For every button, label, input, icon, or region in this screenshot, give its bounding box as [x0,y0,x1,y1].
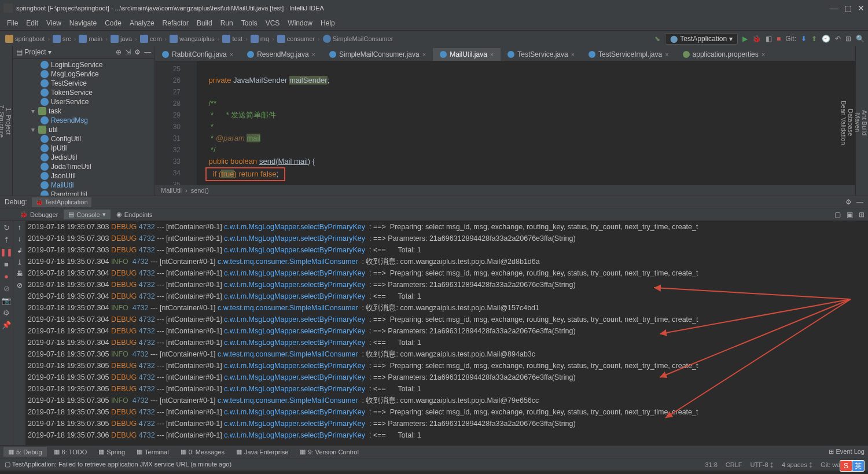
console-left-toolbar[interactable]: ↑ ↓ ↲ ⤓ 🖶 ⊘ [13,221,25,445]
git-history-icon[interactable]: 🕘 [822,35,830,43]
tree-node-IpUtil[interactable]: IpUtil [13,144,155,153]
editor-tab-MailUtil.java[interactable]: MailUtil.java× [433,48,501,61]
close-tab-icon[interactable]: × [762,51,765,58]
menu-build[interactable]: Build [193,18,216,28]
caret-pos[interactable]: 31:8 [705,461,717,468]
minimize-icon[interactable]: — [830,3,838,13]
git-revert-icon[interactable]: ↶ [835,35,841,43]
close-icon[interactable]: ✕ [858,3,865,13]
close-tab-icon[interactable]: × [571,51,575,58]
ime-indicator[interactable]: S英 [840,460,865,472]
menu-view[interactable]: View [43,18,65,28]
bottom-tab-6TODO[interactable]: ▦ 6: TODO [49,447,92,457]
close-tab-icon[interactable]: × [312,51,315,58]
structure-icon[interactable]: ⊞ [845,35,851,43]
tree-node-JsonUtil[interactable]: JsonUtil [13,171,155,181]
menu-analyze[interactable]: Analyze [126,18,158,28]
crumb-wangzaiplus[interactable]: wangzaiplus [168,34,216,43]
debug-subtabs[interactable]: 🐞 Debugger ▤ Console ▾ ◉ Endpoints ▢ ▣ ⊞ [0,208,868,221]
crumb-consumer[interactable]: consumer [275,34,317,43]
event-log-button[interactable]: ⊞ Event Log [829,448,865,455]
close-tab-icon[interactable]: × [490,51,494,58]
crumb-main[interactable]: main [77,34,104,43]
build-icon[interactable]: ⬊ [654,35,660,43]
menu-tools[interactable]: Tools [238,18,261,28]
encoding[interactable]: UTF-8 ‡ [751,461,774,468]
hide-icon[interactable]: — [144,48,151,56]
tree-node-TokenService[interactable]: TokenService [13,88,155,97]
debugger-tab[interactable]: 🐞 Debugger [15,210,62,219]
tree-node-RandomUtil[interactable]: RandomUtil [13,190,155,196]
editor-tab-RabbitConfig.java[interactable]: RabbitConfig.java× [155,48,240,61]
tree-node-JedisUtil[interactable]: JedisUtil [13,153,155,162]
source-code[interactable]: private JavaMailSender mailSender; /** *… [197,61,855,185]
editor-tab-ResendMsg.java[interactable]: ResendMsg.java× [240,48,322,61]
tree-node-util[interactable]: ▾util [13,125,155,134]
bottom-tab-0Messages[interactable]: ▦ 0: Messages [176,447,229,457]
debug-icon[interactable]: 🐞 [752,35,761,43]
menu-refactor[interactable]: Refactor [159,18,192,28]
run-config-select[interactable]: ⬤TestApplication▾ [665,33,738,45]
collapse-icon[interactable]: ⇲ [125,48,131,56]
select-opened-icon[interactable]: ⊕ [116,48,122,56]
tree-node-ConfigUtil[interactable]: ConfigUtil [13,134,155,144]
menu-window[interactable]: Window [284,18,316,28]
run-icon[interactable]: ▶ [742,35,748,43]
gear-icon[interactable]: ⚙ [845,198,852,206]
close-tab-icon[interactable]: × [665,51,668,58]
tree-node-JodaTimeUtil[interactable]: JodaTimeUtil [13,162,155,171]
tree-node-ResendMsg[interactable]: ResendMsg [13,116,155,125]
bottom-tab-Terminal[interactable]: ▦ Terminal [132,447,174,457]
status-icon[interactable]: ▢ [5,461,10,468]
crumb-com[interactable]: com [138,34,164,43]
search-icon[interactable]: 🔍 [856,35,865,43]
hide-icon[interactable]: — [856,198,863,206]
console-output[interactable]: 2019-07-18 19:35:07.303 DEBUG 4732 --- [… [25,221,868,445]
line-sep[interactable]: CRLF [726,461,742,468]
coverage-icon[interactable]: ◧ [766,35,772,43]
tree-node-TestService[interactable]: TestService [13,79,155,88]
left-stripe[interactable]: 1: Project7: Structure [0,46,13,196]
menu-code[interactable]: Code [101,18,125,28]
bottom-tab-9VersionControl[interactable]: ▦ 9: Version Control [295,447,363,457]
menu-run[interactable]: Run [217,18,237,28]
git-push-icon[interactable]: ⬆ [811,35,817,43]
tree-node-LoginLogService[interactable]: LoginLogService [13,60,155,69]
bottom-tab-5Debug[interactable]: ▦ 5: Debug [3,447,47,457]
maximize-icon[interactable]: ▢ [844,3,852,13]
stop-icon[interactable]: ■ [777,35,781,43]
debug-left-toolbar[interactable]: ↻ ⇡ ❚❚ ■ ● ⊘ 📷 ⚙ 📌 [0,221,13,445]
gear-icon[interactable]: ⚙ [134,48,141,56]
menu-navigate[interactable]: Navigate [66,18,100,28]
crumb-springboot[interactable]: springboot [3,34,46,43]
bottom-tool-buttons[interactable]: ▦ 5: Debug▦ 6: TODO▦ Spring▦ Terminal▦ 0… [0,445,868,458]
layout-icon[interactable]: ▢ [832,211,843,219]
git-pull-icon[interactable]: ⬇ [801,35,807,43]
breadcrumb[interactable]: springboot›src›main›java›com›wangzaiplus… [3,34,395,43]
editor-breadcrumb[interactable]: MailUtil › send() [155,185,855,196]
crumb-src[interactable]: src [51,34,73,43]
indent[interactable]: 4 spaces ‡ [782,461,812,468]
crumb-SimpleMailConsumer[interactable]: SimpleMailConsumer [321,34,395,43]
gutter[interactable]: 252627282930313233343536 [155,61,187,185]
console-tab[interactable]: ▤ Console ▾ [64,210,110,219]
project-tree[interactable]: LoginLogServiceMsgLogServiceTestServiceT… [13,59,155,196]
close-tab-icon[interactable]: × [230,51,233,58]
bottom-tab-JavaEnterprise[interactable]: ▦ Java Enterprise [231,447,293,457]
menu-file[interactable]: File [3,18,21,28]
layout2-icon[interactable]: ▣ [844,211,855,219]
tree-node-MailUtil[interactable]: MailUtil [13,181,155,190]
restore-icon[interactable]: ⊞ [856,211,867,219]
menu-vcs[interactable]: VCS [262,18,284,28]
project-combo[interactable]: ▤ Project ▾ [16,48,52,56]
crumb-mq[interactable]: mq [249,34,271,43]
tree-node-task[interactable]: ▾task [13,106,155,116]
right-stripe[interactable]: Ant BuildMavenDatabaseBean Validation [855,46,868,196]
editor-tab-TestService.java[interactable]: TestService.java× [501,48,582,61]
debug-session-tab[interactable]: 🐞 TestApplication [32,197,91,207]
endpoints-tab[interactable]: ◉ Endpoints [112,210,157,219]
close-tab-icon[interactable]: × [422,51,426,58]
editor-tabs[interactable]: RabbitConfig.java×ResendMsg.java×SimpleM… [155,46,855,61]
editor-tab-SimpleMailConsumer.java[interactable]: SimpleMailConsumer.java× [322,48,433,61]
crumb-java[interactable]: java [109,34,134,43]
